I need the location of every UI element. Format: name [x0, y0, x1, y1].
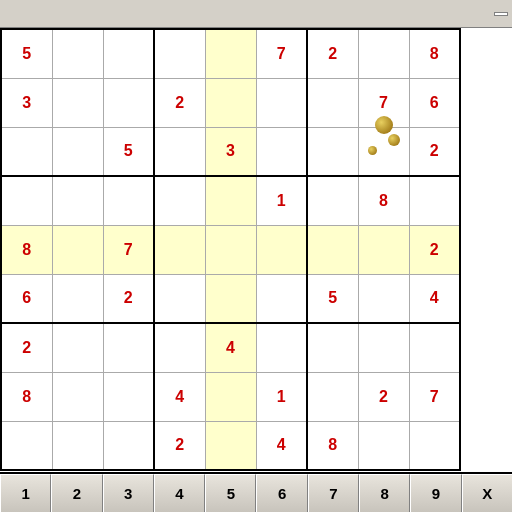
- grid-cell[interactable]: 3: [1, 78, 52, 127]
- grid-cell[interactable]: [307, 372, 358, 421]
- grid-cell[interactable]: 7: [103, 225, 154, 274]
- grid-cell[interactable]: [1, 421, 52, 470]
- grid-cell[interactable]: [103, 323, 154, 372]
- grid-cell[interactable]: [52, 29, 103, 78]
- grid-cell[interactable]: 2: [358, 372, 409, 421]
- grid-cell[interactable]: [154, 127, 205, 176]
- grid-cell[interactable]: 7: [256, 29, 307, 78]
- grid-cell[interactable]: [358, 225, 409, 274]
- grid-cell[interactable]: [409, 421, 460, 470]
- grid-cell[interactable]: [358, 274, 409, 323]
- sudoku-grid[interactable]: 572832765321887262542484127248: [0, 28, 461, 471]
- menu-help[interactable]: [68, 12, 84, 16]
- grid-cell[interactable]: 4: [205, 323, 256, 372]
- grid-cell[interactable]: 2: [409, 225, 460, 274]
- grid-cell[interactable]: [205, 372, 256, 421]
- grid-cell[interactable]: [52, 274, 103, 323]
- grid-cell[interactable]: 2: [1, 323, 52, 372]
- grid-cell[interactable]: [358, 127, 409, 176]
- table-row[interactable]: 5728: [1, 29, 460, 78]
- grid-cell[interactable]: 4: [154, 372, 205, 421]
- grid-cell[interactable]: [307, 78, 358, 127]
- table-row[interactable]: 84127: [1, 372, 460, 421]
- grid-cell[interactable]: 4: [409, 274, 460, 323]
- grid-cell[interactable]: [409, 323, 460, 372]
- grid-cell[interactable]: [358, 29, 409, 78]
- grid-cell[interactable]: [205, 176, 256, 225]
- table-row[interactable]: 18: [1, 176, 460, 225]
- grid-cell[interactable]: 5: [103, 127, 154, 176]
- grid-cell[interactable]: [358, 421, 409, 470]
- menu-game[interactable]: [4, 12, 20, 16]
- grid-cell[interactable]: [205, 225, 256, 274]
- grid-cell[interactable]: [52, 127, 103, 176]
- grid-cell[interactable]: [307, 176, 358, 225]
- grid-cell[interactable]: [205, 78, 256, 127]
- grid-cell[interactable]: [307, 225, 358, 274]
- grid-cell[interactable]: [52, 225, 103, 274]
- grid-cell[interactable]: 2: [409, 127, 460, 176]
- grid-cell[interactable]: [52, 176, 103, 225]
- grid-cell[interactable]: [205, 274, 256, 323]
- num-btn-7[interactable]: 7: [308, 474, 359, 512]
- grid-cell[interactable]: [256, 78, 307, 127]
- menu-edit[interactable]: [20, 12, 36, 16]
- table-row[interactable]: 6254: [1, 274, 460, 323]
- grid-cell[interactable]: [256, 323, 307, 372]
- grid-cell[interactable]: [358, 323, 409, 372]
- grid-cell[interactable]: 7: [409, 372, 460, 421]
- grid-cell[interactable]: 6: [1, 274, 52, 323]
- grid-cell[interactable]: 8: [1, 225, 52, 274]
- table-row[interactable]: 248: [1, 421, 460, 470]
- num-btn-6[interactable]: 6: [256, 474, 307, 512]
- grid-cell[interactable]: [256, 127, 307, 176]
- grid-cell[interactable]: 2: [154, 78, 205, 127]
- grid-cell[interactable]: [103, 372, 154, 421]
- grid-cell[interactable]: [154, 225, 205, 274]
- grid-cell[interactable]: [103, 421, 154, 470]
- grid-cell[interactable]: [52, 78, 103, 127]
- num-btn-x[interactable]: X: [462, 474, 512, 512]
- grid-cell[interactable]: [256, 274, 307, 323]
- grid-cell[interactable]: 8: [307, 421, 358, 470]
- num-btn-8[interactable]: 8: [359, 474, 410, 512]
- grid-cell[interactable]: [52, 323, 103, 372]
- grid-cell[interactable]: 1: [256, 372, 307, 421]
- grid-cell[interactable]: [409, 176, 460, 225]
- num-btn-2[interactable]: 2: [51, 474, 102, 512]
- menu-keyboard[interactable]: [52, 12, 68, 16]
- grid-cell[interactable]: 2: [307, 29, 358, 78]
- grid-cell[interactable]: 8: [409, 29, 460, 78]
- num-btn-1[interactable]: 1: [0, 474, 51, 512]
- grid-cell[interactable]: [307, 127, 358, 176]
- grid-cell[interactable]: [103, 78, 154, 127]
- grid-cell[interactable]: 6: [409, 78, 460, 127]
- grid-cell[interactable]: 2: [154, 421, 205, 470]
- menu-sound[interactable]: [36, 12, 52, 16]
- grid-cell[interactable]: [52, 372, 103, 421]
- num-btn-9[interactable]: 9: [410, 474, 461, 512]
- num-btn-4[interactable]: 4: [154, 474, 205, 512]
- grid-cell[interactable]: 5: [1, 29, 52, 78]
- grid-cell[interactable]: [103, 29, 154, 78]
- num-btn-3[interactable]: 3: [103, 474, 154, 512]
- grid-cell[interactable]: 3: [205, 127, 256, 176]
- grid-cell[interactable]: [205, 421, 256, 470]
- grid-cell[interactable]: [205, 29, 256, 78]
- grid-cell[interactable]: [307, 323, 358, 372]
- grid-cell[interactable]: [1, 176, 52, 225]
- grid-cell[interactable]: [52, 421, 103, 470]
- grid-cell[interactable]: [154, 323, 205, 372]
- grid-cell[interactable]: 8: [1, 372, 52, 421]
- num-btn-5[interactable]: 5: [205, 474, 256, 512]
- grid-cell[interactable]: 2: [103, 274, 154, 323]
- grid-cell[interactable]: 8: [358, 176, 409, 225]
- grid-cell[interactable]: 1: [256, 176, 307, 225]
- table-row[interactable]: 24: [1, 323, 460, 372]
- grid-cell[interactable]: [1, 127, 52, 176]
- grid-cell[interactable]: [154, 29, 205, 78]
- grid-cell[interactable]: [256, 225, 307, 274]
- grid-cell[interactable]: [154, 274, 205, 323]
- grid-cell[interactable]: [154, 176, 205, 225]
- grid-cell[interactable]: 5: [307, 274, 358, 323]
